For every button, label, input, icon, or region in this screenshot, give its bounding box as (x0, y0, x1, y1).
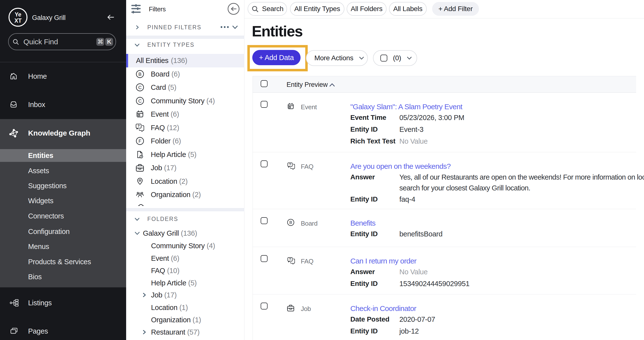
filter-pill-entity-types[interactable]: All Entity Types (290, 2, 344, 16)
selection-count-button[interactable]: (0) (373, 50, 417, 66)
select-all-checkbox[interactable] (380, 55, 387, 61)
filter-all-entities[interactable]: All Entities (136) (126, 54, 244, 67)
folder-faq[interactable]: FAQ (10) (126, 264, 244, 277)
entity-link[interactable]: Are you open on the weekends? (350, 161, 450, 172)
folder-organization[interactable]: Organization (1) (126, 314, 244, 326)
svg-text:C: C (138, 98, 142, 104)
sidebar-item-bios[interactable]: Bios (0, 270, 126, 283)
sidebar-item-widgets[interactable]: Widgets (0, 194, 126, 207)
entity-types-header[interactable]: ENTITY TYPES (147, 41, 195, 48)
table-row[interactable]: ? FAQ Are you open on the weekends? Answ… (253, 152, 636, 209)
account-name: Galaxy Grill (32, 14, 66, 22)
folder-restaurant[interactable]: Restaurant (57) (126, 326, 244, 338)
quick-find-input[interactable]: Quick Find ⌘ K (8, 33, 116, 50)
svg-text:B: B (290, 220, 292, 225)
svg-text:F: F (138, 139, 141, 144)
filter-type-location[interactable]: Location (2) (126, 175, 244, 188)
header-checkbox[interactable] (261, 80, 268, 87)
filter-pill-labels[interactable]: All Labels (389, 2, 427, 16)
svg-text:B: B (138, 72, 142, 77)
column-header-entity-preview[interactable]: Entity Preview (286, 81, 328, 89)
sidebar-item-menus[interactable]: Menus (0, 240, 126, 253)
entity-type-label: Board (301, 220, 318, 227)
table-row[interactable]: Job Check-in Coordinator Date Posted2020… (253, 295, 636, 340)
briefcase-icon (287, 304, 294, 312)
panel-divider (126, 208, 244, 211)
sidebar-divider (0, 62, 126, 62)
svg-text:?: ? (140, 155, 142, 158)
more-options-icon[interactable] (220, 25, 229, 29)
organization-people-icon (136, 190, 144, 199)
row-checkbox[interactable] (261, 161, 268, 167)
chevron-right-icon[interactable] (135, 25, 140, 30)
inbox-icon (9, 100, 18, 109)
chevron-down-icon (359, 56, 364, 60)
folder-location[interactable]: Location (1) (126, 301, 244, 314)
row-checkbox[interactable] (261, 217, 268, 224)
row-checkbox[interactable] (261, 303, 268, 310)
sidebar-item-home[interactable]: Home (0, 69, 126, 84)
row-checkbox[interactable] (261, 101, 268, 108)
more-actions-button[interactable]: More Actions (306, 50, 368, 66)
table-header: Entity Preview (253, 76, 636, 93)
row-checkbox[interactable] (261, 255, 268, 262)
table-row[interactable]: B Board Benefits Entity IDbenefitsBoard (253, 209, 636, 247)
sidebar-item-pages[interactable]: Pages (0, 324, 126, 339)
entity-link[interactable]: "Galaxy Slam": A Slam Poetry Event (350, 101, 462, 112)
folder-job[interactable]: Job (17) (126, 289, 244, 301)
table-row[interactable]: ? FAQ Can I return my order AnswerNo Val… (253, 247, 636, 295)
sidebar-item-connectors[interactable]: Connectors (0, 210, 126, 222)
filter-type-organization[interactable]: Organization (2) (126, 188, 244, 201)
chevron-down-icon[interactable] (134, 43, 140, 47)
filter-type-card[interactable]: C Card (5) (126, 81, 244, 94)
sidebar-item-label: Inbox (28, 101, 45, 109)
filter-type-faq[interactable]: ? FAQ (12) (126, 121, 244, 134)
sidebar-item-listings[interactable]: Listings (0, 295, 126, 311)
calendar-icon (287, 103, 294, 110)
chevron-down-icon[interactable] (232, 25, 238, 29)
letter-c-icon: C (136, 97, 144, 105)
folder-help-article[interactable]: Help Article (5) (126, 277, 244, 289)
folder-community-story[interactable]: Community Story (4) (126, 240, 244, 252)
entity-link[interactable]: Check-in Coordinator (350, 303, 416, 314)
filter-type-community-story[interactable]: C Community Story (4) (126, 94, 244, 108)
entity-link[interactable]: Benefits (350, 218, 376, 229)
filter-type-event[interactable]: Event (6) (126, 108, 244, 121)
entities-table: Entity Preview Event "Galaxy Slam": A Sl… (252, 76, 636, 340)
add-data-button[interactable]: + Add Data (252, 50, 300, 65)
filter-type-partial (126, 201, 244, 208)
letter-b-icon: B (287, 219, 294, 226)
filter-type-job[interactable]: Job (17) (126, 161, 244, 174)
table-row[interactable]: Event "Galaxy Slam": A Slam Poetry Event… (253, 93, 636, 152)
chevron-down-icon[interactable] (134, 217, 140, 221)
folder-event[interactable]: Event (6) (126, 252, 244, 264)
sidebar-item-configuration[interactable]: Configuration (0, 225, 126, 238)
letter-f-icon: F (136, 137, 144, 145)
sidebar-item-entities[interactable]: Entities (0, 149, 126, 162)
knowledge-graph-section: Knowledge Graph Entities Assets Suggesti… (0, 119, 126, 287)
arrow-left-icon (107, 13, 114, 21)
sidebar-item-suggestions[interactable]: Suggestions (0, 179, 126, 192)
folder-galaxy-grill[interactable]: Galaxy Grill (136) (126, 227, 244, 239)
entity-type-label: Job (301, 305, 311, 312)
filter-pill-folders[interactable]: All Folders (347, 2, 386, 16)
svg-text:?: ? (289, 258, 291, 261)
filter-type-help-article[interactable]: ? Help Article (5) (126, 148, 244, 161)
sidebar-item-products-services[interactable]: Products & Services (0, 255, 126, 268)
folders-header[interactable]: FOLDERS (147, 215, 178, 222)
filters-back-button[interactable] (228, 3, 240, 15)
sort-chevron-up-icon[interactable] (329, 83, 335, 87)
filter-type-folder[interactable]: F Folder (6) (126, 134, 244, 148)
pinned-filters-header[interactable]: PINNED FILTERS (147, 24, 202, 31)
add-filter-button[interactable]: + Add Filter (432, 2, 479, 16)
filter-type-board[interactable]: B Board (6) (126, 67, 244, 81)
search-button[interactable]: Search (248, 2, 287, 16)
sidebar-item-inbox[interactable]: Inbox (0, 97, 126, 112)
listings-icon (9, 298, 19, 308)
help-article-icon: ? (136, 150, 144, 159)
sidebar-item-assets[interactable]: Assets (0, 164, 126, 177)
sidebar-collapse-button[interactable] (107, 13, 115, 21)
chevron-right-icon (142, 330, 146, 335)
entity-link[interactable]: Can I return my order (350, 256, 416, 266)
sidebar-item-knowledge-graph[interactable]: Knowledge Graph (0, 126, 126, 141)
